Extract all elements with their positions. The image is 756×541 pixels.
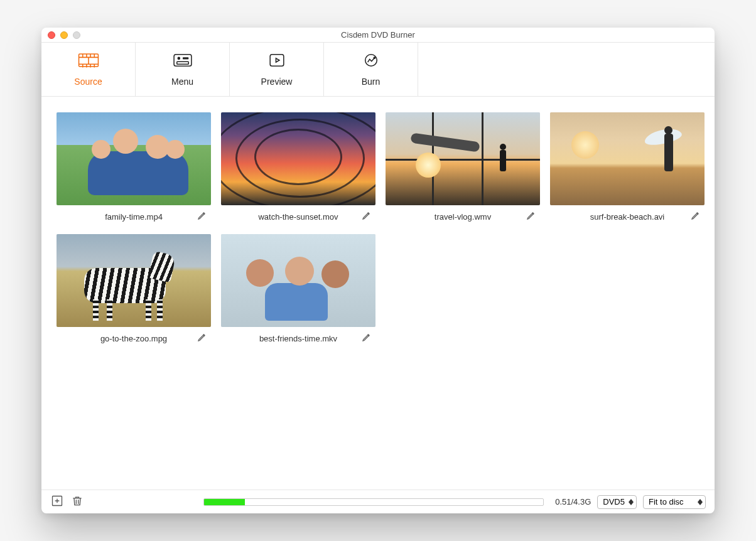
updown-arrows-icon [698,499,703,505]
fit-mode-select[interactable]: Fit to disc [643,495,706,509]
window-controls [48,31,80,39]
tab-preview[interactable]: Preview [230,43,324,96]
svg-rect-15 [176,62,188,64]
video-thumbnail[interactable] [550,112,705,205]
svg-marker-26 [629,502,634,505]
video-filename: travel-vlog.wmv [435,212,491,222]
video-thumbnail[interactable] [57,112,211,205]
svg-marker-17 [276,58,279,62]
burn-disc-icon [360,53,382,70]
video-thumbnail[interactable] [57,234,211,327]
capacity-text: 0.51/4.3G [555,497,591,506]
maximize-window-button[interactable] [73,31,80,39]
capacity-bar [203,498,544,506]
video-filename: family-time.mp4 [105,212,163,222]
close-window-button[interactable] [48,31,55,39]
minimize-window-button[interactable] [60,31,68,39]
trash-icon [71,495,84,510]
video-item[interactable]: family-time.mp4 [57,112,211,225]
edit-button[interactable] [196,332,208,345]
pencil-icon [197,332,207,345]
tab-label: Preview [261,77,293,87]
video-thumbnail[interactable] [386,112,540,205]
video-item[interactable]: go-to-the-zoo.mpg [57,234,211,347]
play-preview-icon [266,53,288,70]
disc-type-select[interactable]: DVD5 [597,495,637,509]
pencil-icon [197,210,207,223]
svg-point-13 [178,57,180,59]
video-filename: go-to-the-zoo.mpg [100,334,167,343]
svg-marker-28 [698,502,703,505]
filmstrip-icon [78,53,99,70]
delete-button[interactable] [70,495,84,509]
tab-menu[interactable]: Menu [136,43,230,96]
tab-source[interactable]: Source [41,43,136,96]
tab-bar: Source Menu Preview [41,43,715,97]
video-filename: surf-break-beach.avi [590,212,665,222]
titlebar: Cisdem DVD Burner [41,28,715,43]
video-filename: watch-the-sunset.mov [258,212,338,222]
footer-bar: 0.51/4.3G DVD5 Fit to disc [41,490,715,513]
plus-square-icon [51,495,63,510]
content-area: family-time.mp4 watch-the-sunset.mov [41,97,715,490]
video-item[interactable]: watch-the-sunset.mov [221,112,375,225]
tab-burn[interactable]: Burn [324,43,418,96]
fit-mode-value: Fit to disc [649,497,684,506]
tab-label: Burn [362,77,381,87]
menu-layout-icon [172,53,193,70]
updown-arrows-icon [629,499,634,505]
pencil-icon [362,210,372,223]
edit-button[interactable] [525,210,537,223]
video-item[interactable]: surf-break-beach.avi [550,112,705,225]
add-button[interactable] [50,495,64,509]
tab-label: Menu [171,77,193,87]
video-filename: best-friends-time.mkv [259,334,337,343]
edit-button[interactable] [689,210,702,223]
svg-point-19 [374,56,375,58]
tab-label: Source [74,77,102,87]
video-thumbnail[interactable] [221,234,375,327]
capacity-area: 0.51/4.3G [203,497,591,506]
app-window: Cisdem DVD Burner Source [41,28,715,513]
video-item[interactable]: travel-vlog.wmv [386,112,540,225]
video-item[interactable]: best-friends-time.mkv [221,234,375,347]
video-thumbnail[interactable] [221,112,375,205]
edit-button[interactable] [360,332,373,345]
pencil-icon [526,210,536,223]
svg-rect-14 [183,57,188,59]
pencil-icon [362,332,372,345]
edit-button[interactable] [196,210,208,223]
svg-rect-16 [270,54,284,66]
edit-button[interactable] [360,210,373,223]
pencil-icon [691,210,701,223]
video-grid: family-time.mp4 watch-the-sunset.mov [57,112,699,347]
window-title: Cisdem DVD Burner [41,30,715,40]
disc-type-value: DVD5 [603,497,625,506]
capacity-fill [204,499,245,505]
